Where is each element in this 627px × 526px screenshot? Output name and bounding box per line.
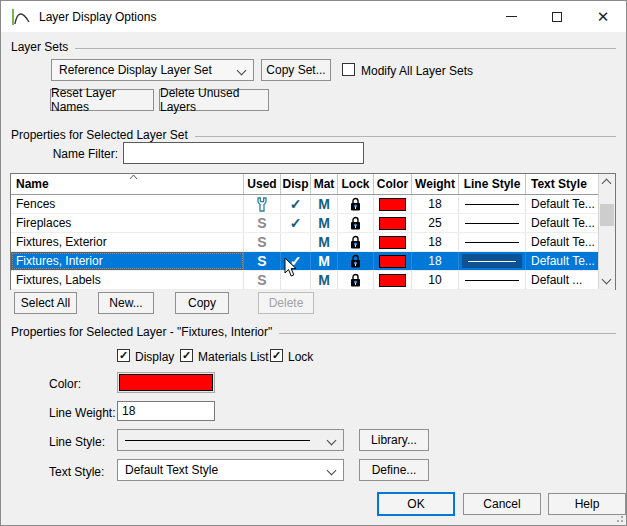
color-swatch xyxy=(379,217,406,230)
mat-cell[interactable]: M xyxy=(311,252,338,270)
check-icon: ✓ xyxy=(290,216,302,230)
col-header-mat[interactable]: Mat xyxy=(311,174,338,194)
color-picker-button[interactable] xyxy=(117,372,215,393)
copy-button[interactable]: Copy xyxy=(175,292,229,314)
disp-cell[interactable]: ✓ xyxy=(281,252,311,270)
col-header-lock[interactable]: Lock xyxy=(338,174,374,194)
col-header-color[interactable]: Color xyxy=(374,174,412,194)
select-all-button[interactable]: Select All xyxy=(14,292,77,314)
lock-icon xyxy=(350,273,361,287)
col-header-name[interactable]: Name xyxy=(11,174,244,194)
mat-cell[interactable]: M xyxy=(311,195,338,213)
disp-cell[interactable]: ✓ xyxy=(281,214,311,232)
lock-icon xyxy=(350,235,361,249)
layer-set-select[interactable]: Reference Display Layer Set xyxy=(51,59,254,81)
weight-cell[interactable]: 18 xyxy=(412,233,459,251)
layer-set-props-group-header: Properties for Selected Layer Set xyxy=(11,128,616,142)
line-weight-label: Line Weight: xyxy=(49,406,116,420)
s-indicator: S xyxy=(257,254,266,268)
line-style-select[interactable] xyxy=(117,429,344,451)
line-style-preview xyxy=(465,223,519,224)
lock-cell[interactable] xyxy=(338,214,374,232)
color-cell[interactable] xyxy=(374,233,412,251)
define-button[interactable]: Define... xyxy=(359,459,429,481)
lock-cell[interactable] xyxy=(338,271,374,289)
line-style-cell[interactable] xyxy=(459,233,526,251)
col-header-line-style[interactable]: Line Style xyxy=(459,174,526,194)
ok-button[interactable]: OK xyxy=(377,492,455,516)
layer-table-header[interactable]: Name Used Disp Mat Lock Color Weight Lin… xyxy=(11,174,615,195)
materials-list-checkbox[interactable]: ✓ xyxy=(180,349,193,362)
scrollbar-thumb[interactable] xyxy=(600,204,614,226)
new-button[interactable]: New... xyxy=(98,292,154,314)
sort-ascending-icon xyxy=(129,174,138,180)
line-style-cell[interactable] xyxy=(459,214,526,232)
display-checkbox[interactable]: ✓ xyxy=(117,349,130,362)
disp-cell[interactable] xyxy=(281,233,311,251)
check-icon: ✓ xyxy=(290,254,302,268)
table-scrollbar[interactable] xyxy=(598,174,615,289)
layer-name: Fireplaces xyxy=(11,214,244,232)
library-button[interactable]: Library... xyxy=(359,429,429,451)
lock-cell[interactable] xyxy=(338,252,374,270)
used-cell: S xyxy=(244,252,281,270)
layer-name: Fixtures, Exterior xyxy=(11,233,244,251)
disp-cell[interactable]: ✓ xyxy=(281,195,311,213)
lock-icon xyxy=(350,216,361,230)
materials-icon: M xyxy=(318,254,330,268)
table-row-fixtures-interior-selected[interactable]: Fixtures, Interior S ✓ M 18 Default Te..… xyxy=(11,252,615,271)
table-row-fixtures-labels[interactable]: Fixtures, Labels S M 10 Default ... xyxy=(11,271,615,290)
close-button[interactable]: ✕ xyxy=(580,1,626,32)
app-dialog-icon xyxy=(11,7,31,27)
color-cell[interactable] xyxy=(374,252,412,270)
mat-cell[interactable]: M xyxy=(311,233,338,251)
layer-set-props-group-label: Properties for Selected Layer Set xyxy=(11,128,188,142)
lock-cell[interactable] xyxy=(338,233,374,251)
col-header-weight[interactable]: Weight xyxy=(412,174,459,194)
minimize-button[interactable] xyxy=(488,1,534,32)
mat-cell[interactable]: M xyxy=(311,214,338,232)
text-style-select[interactable]: Default Text Style xyxy=(117,459,344,481)
line-weight-input[interactable] xyxy=(117,401,215,421)
color-cell[interactable] xyxy=(374,195,412,213)
modify-all-layer-sets-label: Modify All Layer Sets xyxy=(361,64,473,78)
table-row-fixtures-exterior[interactable]: Fixtures, Exterior S M 18 Default Te... xyxy=(11,233,615,252)
color-swatch xyxy=(379,236,406,249)
table-row-fireplaces[interactable]: Fireplaces S ✓ M 25 Default Te... xyxy=(11,214,615,233)
name-filter-input[interactable] xyxy=(123,142,364,164)
scroll-down-icon[interactable] xyxy=(602,275,612,285)
scroll-up-icon[interactable] xyxy=(602,179,612,189)
col-header-used[interactable]: Used xyxy=(244,174,281,194)
col-header-disp[interactable]: Disp xyxy=(281,174,311,194)
weight-cell[interactable]: 25 xyxy=(412,214,459,232)
layer-sets-group-header: Layer Sets xyxy=(11,40,616,54)
line-style-cell[interactable] xyxy=(459,195,526,213)
mat-cell[interactable]: M xyxy=(311,271,338,289)
copy-set-button[interactable]: Copy Set... xyxy=(261,59,331,81)
color-cell[interactable] xyxy=(374,214,412,232)
color-cell[interactable] xyxy=(374,271,412,289)
used-cell: S xyxy=(244,271,281,289)
delete-unused-layers-button[interactable]: Delete Unused Layers xyxy=(159,89,269,111)
line-style-cell[interactable] xyxy=(459,252,526,270)
lock-checkbox[interactable]: ✓ xyxy=(270,349,283,362)
used-cell: S xyxy=(244,233,281,251)
disp-cell[interactable] xyxy=(281,271,311,289)
materials-list-label: Materials List xyxy=(198,350,269,364)
maximize-button[interactable] xyxy=(534,1,580,32)
lock-cell[interactable] xyxy=(338,195,374,213)
line-style-preview xyxy=(465,204,519,205)
reset-layer-names-button[interactable]: Reset Layer Names xyxy=(50,89,154,111)
table-row-fences[interactable]: Fences ✓ M 18 Default Te... xyxy=(11,195,615,214)
text-style-label: Text Style: xyxy=(49,465,104,479)
line-style-cell[interactable] xyxy=(459,271,526,289)
resize-grip[interactable] xyxy=(615,514,623,522)
weight-cell[interactable]: 18 xyxy=(412,195,459,213)
layer-sets-group-label: Layer Sets xyxy=(11,40,68,54)
help-button[interactable]: Help xyxy=(548,493,626,515)
modify-all-layer-sets-checkbox[interactable] xyxy=(342,63,355,76)
line-style-preview-selected xyxy=(462,254,522,268)
weight-cell[interactable]: 18 xyxy=(412,252,459,270)
cancel-button[interactable]: Cancel xyxy=(463,493,541,515)
weight-cell[interactable]: 10 xyxy=(412,271,459,289)
